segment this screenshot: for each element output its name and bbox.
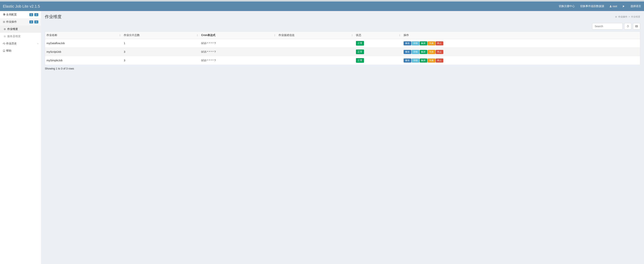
navbar: Elastic Job Lite v2.1.5 切换注册中心 切换事件追踪数据源…: [0, 1, 644, 11]
columns-button[interactable]: [633, 23, 640, 29]
badge-jobops-2: 1: [34, 20, 38, 23]
breadcrumb-current: 作业维度: [631, 15, 640, 18]
badge-global-1: 1: [29, 13, 33, 16]
cell-ops: 修改详情触发失效终止: [402, 39, 640, 48]
sidebar-serverdim-label: 服务器维度: [7, 35, 20, 38]
breadcrumb-root[interactable]: 作业操作: [618, 15, 628, 18]
cell-name: myScriptJob: [45, 48, 122, 56]
cell-name: mySimpleJob: [45, 56, 122, 65]
status-badge: 正常: [356, 58, 364, 63]
col-header-name[interactable]: 作业名称▲▼: [45, 32, 122, 39]
search-input[interactable]: [592, 23, 623, 29]
list-icon: [615, 16, 617, 18]
main-content: 作业维度 作业操作 > 作业维度 作业名称▲▼ 作业分片总数▲▼: [41, 11, 644, 264]
circle-icon: [4, 35, 6, 37]
badge-global-2: 1: [34, 13, 38, 16]
sidebar-item-job-ops[interactable]: 作业操作 1 1: [0, 18, 41, 25]
refresh-button[interactable]: [624, 23, 632, 29]
columns-icon: [635, 25, 638, 28]
edit-button[interactable]: 修改: [404, 50, 411, 54]
cell-cron: 0/10 * * * * ?: [200, 39, 277, 48]
detail-button[interactable]: 详情: [412, 41, 419, 45]
nav-user[interactable]: root: [610, 5, 617, 8]
page-title: 作业维度: [45, 14, 62, 20]
table-row: myDataflowJob10/10 * * * * ?正常修改详情触发失效终止: [45, 39, 640, 48]
cell-cron: 0/15 * * * * ?: [200, 48, 277, 56]
flag-icon[interactable]: [622, 5, 625, 8]
brand-title: Elastic Job Lite v2.1.5: [3, 4, 40, 8]
sidebar-help-label: 帮助: [6, 49, 12, 52]
svg-rect-2: [636, 25, 638, 27]
terminate-button[interactable]: 终止: [436, 50, 443, 54]
nav-user-label: root: [612, 5, 617, 8]
book-icon: [3, 49, 5, 52]
cell-status: 正常: [354, 39, 402, 48]
cell-ops: 修改详情触发失效终止: [402, 56, 640, 65]
topbar-stripe: [0, 0, 644, 1]
nav-switch-datasource[interactable]: 切换事件追踪数据源: [580, 4, 604, 8]
terminate-button[interactable]: 终止: [436, 41, 443, 45]
terminate-button[interactable]: 终止: [436, 58, 443, 62]
cell-desc: [277, 56, 354, 65]
detail-button[interactable]: 详情: [412, 50, 419, 54]
cell-shard: 3: [122, 56, 200, 65]
breadcrumb: 作业操作 > 作业维度: [615, 15, 640, 18]
cell-status: 正常: [354, 48, 402, 56]
sidebar-jobdim-label: 作业维度: [7, 27, 18, 30]
edit-button[interactable]: 修改: [404, 41, 411, 45]
gears-icon: [3, 13, 5, 16]
disable-button[interactable]: 失效: [428, 41, 435, 45]
trigger-button[interactable]: 触发: [420, 58, 427, 62]
cell-ops: 修改详情触发失效终止: [402, 48, 640, 56]
cell-name: myDataflowJob: [45, 39, 122, 48]
sidebar-sub-job-dimension[interactable]: 作业维度: [0, 25, 41, 33]
disable-button[interactable]: 失效: [428, 58, 435, 62]
svg-point-1: [4, 36, 6, 37]
cell-shard: 3: [122, 48, 200, 56]
col-header-ops: 操作: [402, 32, 640, 39]
detail-button[interactable]: 详情: [412, 58, 419, 62]
history-icon: [3, 42, 5, 45]
trigger-button[interactable]: 触发: [420, 50, 427, 54]
jobs-table: 作业名称▲▼ 作业分片总数▲▼ Cron表达式▲▼ 作业描述信息▲▼ 状态▲▼ …: [45, 31, 640, 65]
sidebar: 全局配置 1 1 作业操作 1 1 作业维度 服务器维度 作业历史 ‹: [0, 11, 41, 264]
refresh-icon: [626, 25, 629, 28]
edit-button[interactable]: 修改: [404, 58, 411, 62]
cell-shard: 1: [122, 39, 200, 48]
col-header-cron[interactable]: Cron表达式▲▼: [200, 32, 277, 39]
sidebar-history-label: 作业历史: [6, 42, 17, 45]
table-row: mySimpleJob30/10 * * * * ?正常修改详情触发失效终止: [45, 56, 640, 65]
cell-status: 正常: [354, 56, 402, 65]
sidebar-global-label: 全局配置: [6, 13, 17, 16]
trigger-button[interactable]: 触发: [420, 41, 427, 45]
cell-desc: [277, 39, 354, 48]
sidebar-item-help[interactable]: 帮助: [0, 47, 41, 54]
sidebar-item-global-config[interactable]: 全局配置 1 1: [0, 11, 41, 18]
sidebar-sub-server-dimension[interactable]: 服务器维度: [0, 33, 41, 40]
cell-cron: 0/10 * * * * ?: [200, 56, 277, 65]
cell-desc: [277, 48, 354, 56]
circle-icon: [4, 28, 6, 30]
user-icon: [610, 5, 612, 7]
col-header-desc[interactable]: 作业描述信息▲▼: [277, 32, 354, 39]
status-badge: 正常: [356, 41, 364, 45]
sidebar-jobops-label: 作业操作: [6, 20, 17, 24]
table-row: myScriptJob30/15 * * * * ?正常修改详情触发失效终止: [45, 48, 640, 56]
nav-switch-registry[interactable]: 切换注册中心: [559, 4, 575, 8]
disable-button[interactable]: 失效: [428, 50, 435, 54]
chevron-left-icon: ‹: [38, 42, 38, 45]
col-header-status[interactable]: 状态▲▼: [354, 32, 402, 39]
sidebar-item-job-history[interactable]: 作业历史 ‹: [0, 40, 41, 47]
table-footer-info: Showing 1 to 3 of 3 rows: [45, 65, 640, 72]
svg-point-0: [4, 28, 6, 30]
col-header-shard[interactable]: 作业分片总数▲▼: [122, 32, 200, 39]
list-icon: [3, 20, 5, 23]
status-badge: 正常: [356, 49, 364, 54]
nav-language[interactable]: 选择语言: [630, 4, 641, 8]
badge-jobops-1: 1: [29, 20, 33, 23]
breadcrumb-sep: >: [628, 15, 630, 18]
